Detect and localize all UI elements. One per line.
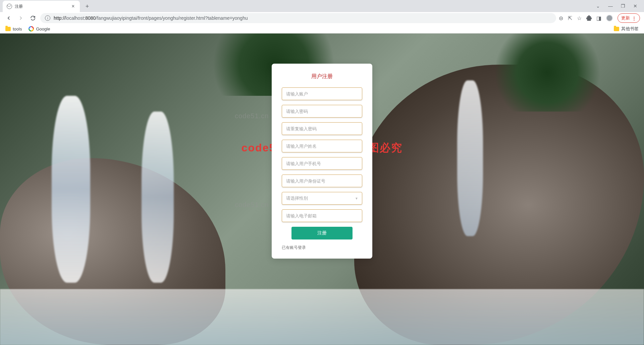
folder-icon (614, 27, 619, 31)
window-controls: ⌄ — ❐ ✕ (596, 0, 644, 12)
close-icon[interactable]: × (70, 4, 76, 9)
tab-title: 注册 (15, 4, 70, 9)
bookmarks-bar: tools Google 其他书签 (0, 24, 644, 33)
star-icon[interactable]: ☆ (577, 15, 582, 21)
page-content: code51.cn code51.cn code51.cn code51.cn … (0, 33, 644, 345)
reload-button[interactable] (28, 13, 38, 23)
share-icon[interactable]: ⇱ (568, 15, 572, 21)
maximize-icon[interactable]: ❐ (621, 3, 625, 9)
extensions-icon[interactable] (586, 15, 592, 21)
update-button[interactable]: 更新 (618, 13, 640, 23)
gender-select[interactable]: 请选择性别 (282, 192, 362, 205)
login-link[interactable]: 已有账号登录 (282, 245, 362, 251)
register-card: 用户注册 请选择性别 ▼ 注册 已有账号 (272, 64, 372, 259)
new-tab-button[interactable]: + (83, 2, 92, 11)
toolbar-right: ⊝ ⇱ ☆ ◨ 更新 (559, 13, 640, 23)
url-bar[interactable]: i http://localhost:8080/fangwujiaoyiping… (40, 13, 556, 23)
sidepanel-icon[interactable]: ◨ (596, 15, 601, 21)
account-input[interactable] (282, 87, 362, 100)
bookmark-google[interactable]: Google (29, 26, 50, 31)
register-button[interactable]: 注册 (291, 227, 353, 239)
forward-button[interactable] (16, 13, 25, 23)
bookmark-tools[interactable]: tools (5, 26, 22, 31)
back-button[interactable] (4, 13, 13, 23)
register-title: 用户注册 (282, 73, 362, 80)
url-path: /fangwujiaoyipingtai/front/pages/yonghu/… (96, 15, 248, 21)
bookmark-other[interactable]: 其他书签 (614, 26, 639, 32)
minimize-icon[interactable]: — (608, 3, 613, 9)
url-port: :8080 (84, 15, 96, 21)
password-input[interactable] (282, 105, 362, 118)
email-input[interactable] (282, 209, 362, 222)
zoom-icon[interactable]: ⊝ (559, 15, 563, 21)
phone-input[interactable] (282, 157, 362, 170)
url-host: localhost (65, 15, 84, 21)
browser-chrome: 注册 × + ⌄ — ❐ ✕ i http://localhost:8080/f… (0, 0, 644, 33)
name-input[interactable] (282, 140, 362, 152)
close-window-icon[interactable]: ✕ (633, 3, 637, 9)
google-icon (29, 26, 34, 31)
chevron-down-icon[interactable]: ⌄ (596, 3, 600, 9)
tab-bar: 注册 × + ⌄ — ❐ ✕ (0, 0, 644, 12)
address-bar: i http://localhost:8080/fangwujiaoyiping… (0, 12, 644, 24)
info-icon[interactable]: i (45, 15, 50, 21)
profile-avatar[interactable] (606, 15, 613, 21)
idcard-input[interactable] (282, 175, 362, 187)
password-confirm-input[interactable] (282, 122, 362, 135)
folder-icon (5, 27, 11, 31)
browser-tab[interactable]: 注册 × (3, 1, 80, 12)
globe-icon (7, 4, 12, 9)
